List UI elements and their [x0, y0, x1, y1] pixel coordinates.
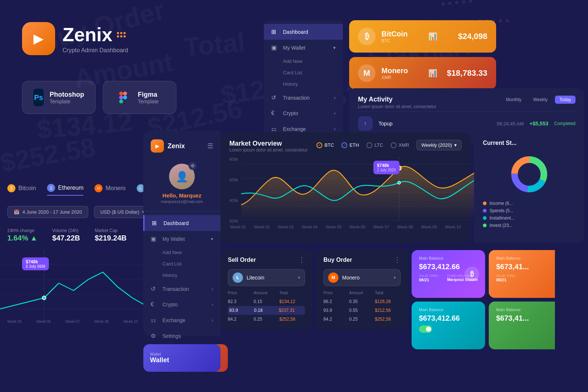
main-nav-dashboard[interactable]: ⊞ Dashboard: [264, 24, 343, 40]
wallet-toggle[interactable]: [419, 325, 432, 333]
main-nav-wallet[interactable]: ▣ My Wallet ▾: [264, 40, 343, 56]
stats-row: 24h% change 1.64% ▲ Volume (24h) $47.22B…: [7, 228, 126, 242]
sidebar-nav-wallet[interactable]: ▣ My Wallet ▾: [143, 231, 220, 247]
main-nav-history[interactable]: History: [264, 78, 343, 90]
brand-subtitle: Crypto Admin Dashboard: [62, 47, 128, 54]
activity-subtitle: Lorem ipsum dolor sit amet, consectetur: [358, 104, 436, 109]
chart-subtitle: Lorem ipsum dolor sit amet, consectetur: [229, 147, 308, 153]
filter-ltc[interactable]: LTC: [366, 142, 383, 148]
figma-subtitle: Template: [138, 99, 159, 104]
filter-btc[interactable]: BTC: [316, 142, 334, 148]
current-stats-title: Current St...: [483, 140, 576, 146]
ethereum-tab-label: Ethereum: [58, 185, 83, 191]
activity-title: My Activity: [358, 96, 436, 103]
wallet-orange-meta: VALID THRU 08/21: [496, 274, 548, 282]
invest-dot: [483, 224, 487, 227]
sidebar-wallet-label: My Wallet: [162, 236, 185, 242]
sidebar-transaction-icon: ↺: [151, 285, 158, 292]
exchange-chevron-icon: ›: [334, 126, 336, 132]
filter-weekly[interactable]: Weekly: [529, 96, 552, 104]
wallet-card-purple[interactable]: Main Balance $673,412.66 VALID THRU 08/2…: [412, 250, 485, 298]
installment-dot: [483, 216, 487, 220]
activity-title-section: My Activity Lorem ipsum dolor sit amet, …: [358, 96, 436, 109]
date-filter[interactable]: 📅 4 June 2020 - 17 June 2020: [7, 206, 88, 218]
sidebar-wallet-icon: ▣: [151, 235, 158, 242]
filter-eth[interactable]: ETH: [341, 142, 359, 148]
sidebar-dashboard-icon: ⊞: [152, 220, 159, 227]
wallet-card-green[interactable]: Main Balance $673,41...: [489, 302, 555, 349]
exchange-icon: ⚏: [271, 125, 279, 132]
tab-monero[interactable]: M Monero: [94, 184, 125, 196]
figma-icon: [114, 89, 132, 106]
tab-bitcoin[interactable]: ₿ Bitcoin: [7, 184, 36, 196]
litecoin-coin-name: Litecoin: [247, 275, 294, 281]
sidebar-nav-exchange[interactable]: ⚏ Exchange ›: [143, 312, 220, 328]
sidebar-nav-dashboard[interactable]: ⊞ Dashboard: [143, 215, 220, 231]
bitcoin-card[interactable]: ₿ BitCoin BTC 📊 $24,098: [349, 20, 496, 53]
bitcoin-info: BitCoin BTC: [381, 30, 422, 43]
bottom-wallet-label: Wallet: [150, 352, 214, 356]
bitcoin-tab-icon: ₿: [7, 184, 15, 192]
topup-amount: +$5,553: [530, 121, 548, 126]
wallet-card-blue[interactable]: Main Balance $673,412.66: [412, 302, 485, 349]
svg-point-10: [42, 296, 46, 300]
sidebar-history[interactable]: History: [143, 270, 220, 281]
sidebar-nav-settings[interactable]: ⚙ Settings: [143, 328, 220, 344]
wallet-card-orange[interactable]: Main Balance $673,41... VALID THRU 08/21: [489, 250, 555, 298]
sell-order-panel: Sell Order ⋮ Ł Litecoin ▾ Price Amount T…: [220, 250, 312, 329]
period-chevron-icon: ▾: [454, 142, 457, 148]
transaction-icon: ↺: [271, 94, 279, 101]
topup-desc: Topup: [379, 121, 491, 126]
sell-order-menu[interactable]: ⋮: [298, 256, 305, 264]
settings-gear-icon[interactable]: ⚙: [189, 162, 197, 170]
monero-select[interactable]: M Monero ▾: [323, 269, 401, 286]
buy-order-menu[interactable]: ⋮: [394, 256, 401, 264]
sidebar-nav-crypto[interactable]: € Crypto ›: [143, 297, 220, 312]
buy-order-panel: Buy Order ⋮ M Monero ▾ Price Amount Tota…: [316, 250, 408, 329]
monero-card[interactable]: M Monero XMR 📊 $18,783.33: [349, 57, 496, 89]
litecoin-select[interactable]: Ł Litecoin ▾: [228, 269, 305, 286]
ethereum-tab-icon: Ξ: [47, 184, 55, 192]
main-nav-card-list[interactable]: Card List: [264, 67, 343, 78]
wallet-blue-label: Main Balance: [419, 307, 478, 312]
legend-invest: Invest (23...: [483, 223, 576, 228]
wallet-orange-label: Main Balance: [496, 256, 548, 260]
filter-xmr[interactable]: XMR: [391, 142, 409, 148]
sidebar-settings-label: Settings: [162, 333, 181, 339]
period-select[interactable]: Weekly (2020) ▾: [416, 140, 462, 150]
wallet-nav-label: My Wallet: [283, 45, 305, 51]
svg-rect-1: [123, 92, 127, 96]
sidebar-crypto-chevron: ›: [212, 302, 213, 307]
wallet-chevron-icon: ▾: [333, 45, 336, 50]
main-nav-transaction[interactable]: ↺ Transaction ›: [264, 90, 343, 106]
main-nav-crypto[interactable]: € Crypto ›: [264, 106, 343, 121]
sidebar-add-new[interactable]: Add New: [143, 247, 220, 258]
volume-value: $47.22B: [52, 234, 80, 242]
figma-card[interactable]: Figma Template: [103, 81, 176, 114]
bottom-wallet-card[interactable]: Wallet Wallet: [143, 344, 220, 372]
chart-filters: BTC ETH LTC XMR Weekly (2020) ▾: [316, 140, 462, 150]
currency-filter[interactable]: USD ($ US Dollar) ▾: [94, 206, 151, 218]
chart-y-labels: 800k 600k 400k 200k: [229, 157, 238, 223]
tab-ethereum[interactable]: Ξ Ethereum: [47, 184, 83, 196]
filter-monthly[interactable]: Monthly: [502, 96, 526, 104]
sidebar-nav-transaction[interactable]: ↺ Transaction ›: [143, 281, 220, 297]
chart-header: Market Overview Lorem ipsum dolor sit am…: [229, 140, 462, 153]
svg-rect-4: [119, 99, 123, 103]
sidebar-card-list[interactable]: Card List: [143, 258, 220, 270]
wallet-main-label: Main Balance: [419, 256, 478, 260]
sell-row-0: 82.3 0.15 $134,12: [228, 297, 305, 306]
buy-row-2: 84.2 0.25 $252,58: [323, 315, 401, 324]
currency-text: USD ($ US Dollar): [100, 209, 139, 215]
sidebar-transaction-label: Transaction: [162, 286, 189, 292]
hamburger-icon[interactable]: ☰: [207, 142, 213, 150]
filter-today[interactable]: Today: [555, 96, 576, 104]
topup-time: 06:24:45 AM: [497, 121, 524, 126]
svg-rect-2: [119, 96, 123, 100]
stats-legend: Income (6... Spends (5... Installment...…: [483, 201, 576, 228]
main-nav-add-new[interactable]: Add New: [264, 56, 343, 67]
photoshop-card[interactable]: Ps Photoshop Template: [22, 81, 96, 114]
small-chart: $748k 2 July 2020 Week 05 Week 06 Week 0…: [0, 250, 145, 324]
sidebar-user: 👤 ⚙ Hello, Marquez marquezzzz@mail.com: [143, 160, 220, 211]
monero-price: $18,783.33: [443, 68, 487, 78]
